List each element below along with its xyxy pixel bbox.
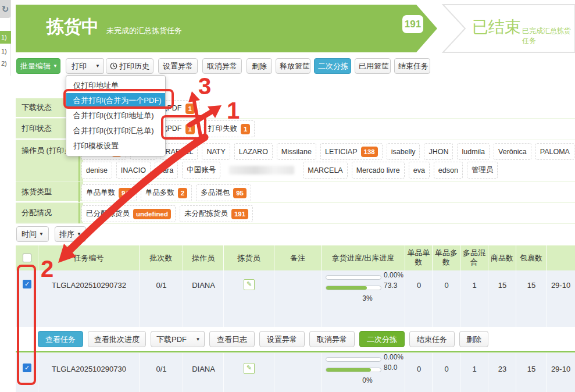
out-progress-wrap: 3% bbox=[356, 294, 379, 302]
set-exception-button[interactable]: 设置异常 bbox=[158, 58, 198, 74]
view-log-button[interactable]: 查看日志 bbox=[209, 331, 255, 347]
filter-label-assign-status: 分配情况 bbox=[16, 203, 83, 223]
operator-chip[interactable]: RAFAEL bbox=[160, 143, 198, 160]
select-all-checkbox[interactable] bbox=[23, 254, 31, 262]
operator-chip[interactable]: denise bbox=[81, 162, 112, 179]
view-batch-progress-button[interactable]: 查看批次进度 bbox=[88, 331, 146, 347]
operator-chip[interactable]: LETICIAP138 bbox=[320, 143, 383, 160]
annotation-number-3: 3 bbox=[198, 73, 211, 99]
operator-chip[interactable]: PALOMA bbox=[535, 143, 574, 160]
chip-count-badge: 1 bbox=[185, 104, 195, 114]
out-progress-bar bbox=[326, 286, 381, 290]
print-label: 打印 bbox=[72, 62, 87, 70]
col-batches[interactable]: 批次数 bbox=[140, 245, 183, 270]
operator-chip[interactable]: 管理员 bbox=[467, 162, 498, 179]
chip-count-badge: 2 bbox=[178, 188, 187, 198]
filter-row-sep bbox=[16, 223, 575, 224]
secondary-sort-button[interactable]: 二次分拣 bbox=[314, 58, 351, 74]
menu-item-print-template-settings[interactable]: 打印模板设置 bbox=[66, 138, 165, 154]
print-button[interactable]: 打印 bbox=[66, 58, 92, 74]
delete-button[interactable]: 删除 bbox=[247, 58, 272, 74]
operator-chip[interactable]: Missilane bbox=[277, 143, 316, 160]
menu-item-merge-print-address[interactable]: 合并打印(仅打印地址单) bbox=[66, 108, 165, 123]
operator-chip[interactable]: JHON bbox=[424, 143, 453, 160]
operator-chip[interactable]: isabelly bbox=[387, 143, 420, 160]
col-single-multi[interactable]: 单品多数 bbox=[433, 245, 460, 270]
stage-banner-finished[interactable]: 已结束 bbox=[472, 16, 521, 38]
operator-chip[interactable]: Mercado livre bbox=[352, 162, 405, 179]
col-single-single[interactable]: 单品单数 bbox=[405, 245, 433, 270]
used-basket-button[interactable]: 已用篮筐 bbox=[355, 58, 391, 74]
operator-chip-redacted[interactable] bbox=[224, 162, 299, 179]
out-progress-label: 80.0 bbox=[384, 364, 397, 372]
col-multi-mix[interactable]: 多品混合 bbox=[460, 245, 488, 270]
cancel-exception-button[interactable]: 取消异常 bbox=[202, 58, 242, 74]
download-pdf-button[interactable]: 下载PDF bbox=[151, 331, 192, 347]
order-sort-button[interactable]: 排序▼ bbox=[55, 226, 86, 242]
pick-type-chip[interactable]: 单品单数94 bbox=[81, 184, 137, 201]
chip-label: 单品多数 bbox=[145, 188, 174, 198]
menu-item-merge-print-summary[interactable]: 合并打印(仅打印汇总单) bbox=[66, 123, 165, 138]
print-dropdown-menu: 仅打印地址单 合并打印(合并为一个PDF) 合并打印(仅打印地址单) 合并打印(… bbox=[66, 75, 166, 156]
menu-item-merge-print-one-pdf[interactable]: 合并打印(合并为一个PDF) bbox=[66, 93, 165, 108]
caret-down-icon: ▼ bbox=[77, 231, 81, 237]
row-checkbox[interactable]: ✓ bbox=[23, 364, 31, 372]
col-packages[interactable]: 包裹数 bbox=[516, 245, 547, 270]
edit-picker-icon[interactable]: ✎ bbox=[244, 363, 255, 374]
check-icon: ✓ bbox=[24, 364, 30, 371]
chip-label: 已分配拣货员 bbox=[86, 209, 130, 219]
assign-chip[interactable]: 已分配拣货员undefined bbox=[81, 205, 176, 222]
operator-chip[interactable]: MARCELA bbox=[303, 162, 347, 179]
row-set-exception-button[interactable]: 设置异常 bbox=[259, 331, 305, 347]
row-finish-task-button[interactable]: 结束任务 bbox=[409, 331, 455, 347]
menu-item-print-address-only[interactable]: 仅打印地址单 bbox=[66, 78, 165, 93]
filter-label-pick-type: 拣货类型 bbox=[16, 182, 83, 201]
col-picker[interactable]: 拣货员 bbox=[224, 245, 274, 270]
pick-type-chip[interactable]: 多品混包95 bbox=[196, 184, 251, 201]
print-history-button[interactable]: 打印历史 bbox=[106, 58, 153, 74]
picking-task-page: ↻ 1) 1) 2) 拣货中 未完成的汇总拣货任务 191 已结束 已完成汇总拣… bbox=[0, 0, 575, 392]
assign-chip[interactable]: 未分配拣货员191 bbox=[180, 205, 253, 222]
single-count: 0 bbox=[405, 281, 433, 290]
single-count: 0 bbox=[405, 365, 433, 373]
operator: DIANA bbox=[183, 365, 224, 373]
row-secondary-sort-button[interactable]: 二次分拣 bbox=[359, 331, 405, 347]
col-note[interactable]: 备注 bbox=[274, 245, 322, 270]
view-task-button[interactable]: 查看任务 bbox=[38, 331, 83, 347]
operator-chip[interactable]: INACIO bbox=[116, 162, 151, 179]
operator-chip[interactable]: sara bbox=[155, 162, 178, 179]
operator-chip[interactable]: 中国账号 bbox=[182, 162, 220, 179]
download-pdf-caret-button[interactable]: ▼ bbox=[192, 331, 205, 347]
col-operator[interactable]: 操作员 bbox=[183, 245, 224, 270]
package-count: 15 bbox=[516, 281, 547, 290]
table-row[interactable]: ✓ TLGLA202510290730 0/1 DIANA ✎ 0.00% 80… bbox=[16, 353, 575, 392]
row-cancel-exception-button[interactable]: 取消异常 bbox=[309, 331, 355, 347]
batches: 0/1 bbox=[140, 365, 183, 373]
chip-count-badge: 94 bbox=[119, 188, 132, 198]
edit-picker-icon[interactable]: ✎ bbox=[244, 279, 255, 290]
chip-count-badge: 1 bbox=[185, 124, 195, 134]
col-date[interactable] bbox=[547, 245, 575, 270]
chip-count-badge: 138 bbox=[361, 147, 378, 157]
operator-chip[interactable]: eva bbox=[409, 162, 430, 179]
col-task-no[interactable]: 任务编号 bbox=[38, 245, 140, 270]
table-row[interactable]: ✓ TLGLA202510290732 0/1 DIANA ✎ 0.00% 73… bbox=[16, 270, 575, 327]
row-checkbox[interactable]: ✓ bbox=[23, 280, 31, 288]
release-basket-button[interactable]: 释放篮筐 bbox=[276, 58, 310, 74]
operator-chip[interactable]: ludmila bbox=[457, 143, 490, 160]
sidebar-item[interactable]: 2) bbox=[0, 58, 11, 69]
operator-chip[interactable]: Verônica bbox=[494, 143, 531, 160]
operator-chip[interactable]: NATY bbox=[202, 143, 230, 160]
batch-edit-button[interactable]: 批量编辑▼ bbox=[16, 58, 60, 74]
caret-down-icon: ▼ bbox=[196, 337, 201, 342]
filter-chip-print-failed[interactable]: 打印失败1 bbox=[203, 120, 255, 137]
finish-task-button[interactable]: 结束任务 bbox=[394, 58, 430, 74]
pick-type-chip[interactable]: 单品多数2 bbox=[141, 184, 192, 201]
col-products[interactable]: 商品数 bbox=[488, 245, 516, 270]
col-progress[interactable]: 拿货进度/出库进度 bbox=[322, 245, 405, 270]
row-delete-button[interactable]: 删除 bbox=[459, 331, 488, 347]
time-sort-button[interactable]: 时间▼ bbox=[16, 226, 49, 242]
operator-chip[interactable]: LAZARO bbox=[234, 143, 273, 160]
print-dropdown-toggle[interactable]: ▼ bbox=[92, 58, 104, 74]
operator-chip[interactable]: edson bbox=[434, 162, 463, 179]
